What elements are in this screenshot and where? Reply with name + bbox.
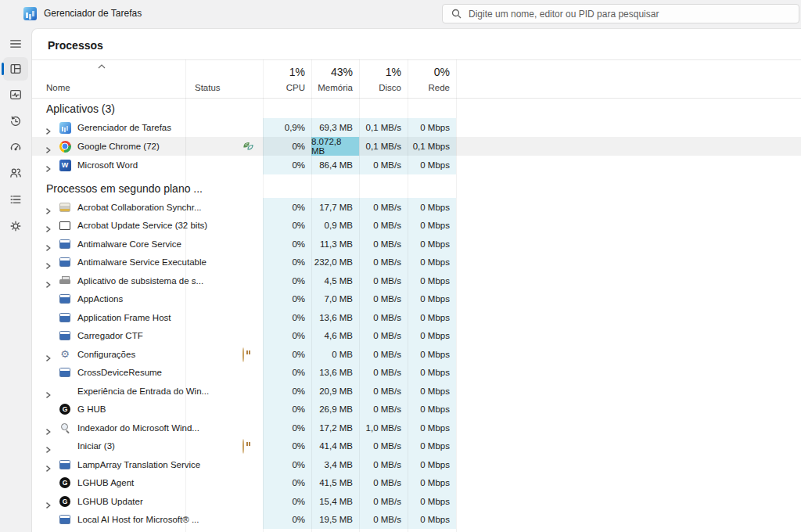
- sidebar-item-startup-apps[interactable]: [3, 135, 28, 159]
- sidebar-item-app-history[interactable]: [3, 110, 28, 133]
- disk-value: 0 MB/s: [359, 511, 408, 530]
- process-row[interactable]: Acrobat Collaboration Synchr... 0% 17,7 …: [32, 198, 801, 217]
- memory-value: 13,6 MB: [311, 308, 359, 327]
- expand-chevron-icon[interactable]: [45, 203, 52, 210]
- process-name: Configurações: [77, 350, 135, 359]
- cpu-value: 0%: [263, 290, 311, 309]
- process-app-icon: G: [59, 495, 71, 508]
- process-row[interactable]: Aplicativo de subsistema de s... 0% 4,5 …: [32, 271, 801, 290]
- suspended-pause-icon: [242, 439, 244, 454]
- expand-chevron-icon[interactable]: [45, 259, 52, 266]
- ghub-icon: G: [59, 404, 70, 415]
- expand-chevron-icon[interactable]: [45, 443, 52, 450]
- page-title: Processos: [48, 39, 103, 52]
- details-icon: [9, 192, 23, 207]
- expand-chevron-icon[interactable]: [45, 498, 52, 505]
- memory-total: 43%: [311, 66, 353, 78]
- cpu-value: 0%: [263, 437, 311, 456]
- process-row[interactable]: Indexador do Microsoft Wind... 0% 17,2 M…: [32, 419, 801, 437]
- app-history-icon: [9, 114, 23, 128]
- expand-chevron-icon[interactable]: [45, 277, 52, 284]
- process-row[interactable]: ⚙ Configurações 0% 0 MB 0 MB/s 0 Mbps: [32, 345, 801, 364]
- process-row[interactable]: G LGHUB Updater 0% 15,4 MB 0 MB/s 0 Mbps: [32, 492, 801, 511]
- expand-chevron-icon[interactable]: [45, 387, 52, 394]
- process-name: LGHUB Updater: [77, 497, 143, 506]
- status-icon: [242, 366, 256, 379]
- title-bar: Gerenciador de Tarefas: [0, 0, 801, 28]
- expand-chevron-icon[interactable]: [45, 350, 52, 358]
- network-value: 0 Mbps: [408, 327, 456, 346]
- process-row[interactable]: Application Frame Host 0% 13,6 MB 0 MB/s…: [32, 308, 801, 327]
- expand-chevron-icon[interactable]: [45, 240, 52, 247]
- ghub-icon: G: [59, 496, 70, 507]
- process-row[interactable]: Experiência de Entrada do Win... 0% 20,9…: [32, 382, 801, 401]
- network-value: 0 Mbps: [408, 253, 456, 272]
- process-name: Aplicativo de subsistema de s...: [77, 276, 203, 286]
- column-header-disk[interactable]: Disco: [359, 83, 401, 92]
- status-icon: [242, 440, 256, 452]
- disk-value: 0 MB/s: [359, 492, 408, 511]
- process-name: Indexador do Microsoft Wind...: [77, 423, 199, 433]
- expand-chevron-icon[interactable]: [45, 162, 52, 169]
- memory-value: 8.072,8 MB: [311, 137, 359, 156]
- hamburger-menu-button[interactable]: [3, 32, 28, 56]
- process-row[interactable]: CrossDeviceResume 0% 13,6 MB 0 MB/s 0 Mb…: [32, 364, 801, 383]
- process-name: Local AI Host for Microsoft® ...: [77, 515, 199, 524]
- process-list: Aplicativos (3) Gerenciador de Tarefas 0…: [32, 99, 801, 532]
- memory-value: 13,6 MB: [311, 364, 359, 383]
- none-icon: [59, 386, 70, 396]
- process-row[interactable]: G LGHUB Agent 0% 41,5 MB 0 MB/s 0 Mbps: [32, 474, 801, 493]
- column-header-name[interactable]: Nome: [46, 83, 70, 92]
- disk-value: 0 MB/s: [359, 308, 408, 327]
- process-row[interactable]: AppActions 0% 7,0 MB 0 MB/s 0 Mbps: [32, 290, 801, 309]
- gear-icon: ⚙: [60, 349, 70, 359]
- expand-chevron-icon[interactable]: [45, 461, 52, 468]
- search-input[interactable]: [469, 9, 799, 20]
- process-row[interactable]: Antimalware Core Service 0% 11,3 MB 0 MB…: [32, 235, 801, 253]
- status-icon: [242, 329, 256, 342]
- process-row[interactable]: Iniciar (3) 0% 41,4 MB 0 MB/s 0 Mbps: [32, 437, 801, 456]
- sidebar-item-performance[interactable]: [3, 83, 28, 106]
- process-row[interactable]: LampArray Translation Service 0% 3,4 MB …: [32, 455, 801, 474]
- expand-chevron-icon[interactable]: [45, 143, 52, 150]
- memory-value: 69,3 MB: [311, 118, 359, 137]
- sidebar-item-services[interactable]: [3, 214, 28, 238]
- status-icon: [242, 476, 256, 489]
- process-row[interactable]: Gerenciador de Tarefas 0,9% 69,3 MB 0,1 …: [32, 118, 801, 137]
- sidebar-item-details[interactable]: [3, 188, 28, 211]
- memory-value: 0,9 MB: [311, 217, 359, 235]
- cpu-total: 1%: [263, 66, 305, 78]
- expand-chevron-icon[interactable]: [45, 424, 52, 431]
- network-value: 0 Mbps: [408, 474, 456, 493]
- search-box[interactable]: [442, 4, 799, 23]
- process-row[interactable]: W Microsoft Word 0% 86,4 MB 0 MB/s 0 Mbp…: [32, 156, 801, 174]
- column-header-network[interactable]: Rede: [408, 83, 450, 92]
- expand-chevron-icon[interactable]: [45, 222, 52, 229]
- status-icon: [242, 293, 256, 305]
- process-row[interactable]: Carregador CTF 0% 4,6 MB 0 MB/s 0 Mbps: [32, 327, 801, 346]
- sidebar-item-processes[interactable]: [3, 57, 28, 81]
- cpu-value: 0%: [263, 382, 311, 401]
- disk-value: 0 MB/s: [359, 271, 408, 290]
- process-row[interactable]: Google Chrome (72) 0% 8.072,8 MB 0,1 MB/…: [32, 137, 801, 156]
- column-header-memory[interactable]: Memória: [311, 83, 353, 92]
- cpu-value: 0%: [263, 364, 311, 383]
- process-row[interactable]: Antimalware Service Executable 0% 232,0 …: [32, 253, 801, 272]
- expand-chevron-icon[interactable]: [45, 124, 52, 131]
- process-row[interactable]: Local AI Host for Microsoft® ... 0% 19,5…: [32, 511, 801, 530]
- hamburger-menu-icon: [9, 37, 23, 51]
- process-row[interactable]: G G HUB 0% 26,9 MB 0 MB/s 0 Mbps: [32, 401, 801, 419]
- process-app-icon: G: [59, 403, 71, 415]
- status-icon: [242, 159, 256, 171]
- column-header-status[interactable]: Status: [195, 83, 221, 92]
- process-app-icon: [59, 256, 71, 268]
- status-icon: [242, 140, 256, 153]
- sidebar-item-users[interactable]: [3, 161, 28, 185]
- column-header-cpu[interactable]: CPU: [263, 83, 305, 92]
- process-app-icon: [59, 275, 71, 287]
- memory-value: 3,4 MB: [311, 455, 359, 474]
- cpu-value: 0%: [263, 345, 311, 364]
- network-value: 0 Mbps: [408, 492, 456, 511]
- process-row[interactable]: Acrobat Update Service (32 bits) 0% 0,9 …: [32, 217, 801, 235]
- chrome-icon: [59, 141, 71, 153]
